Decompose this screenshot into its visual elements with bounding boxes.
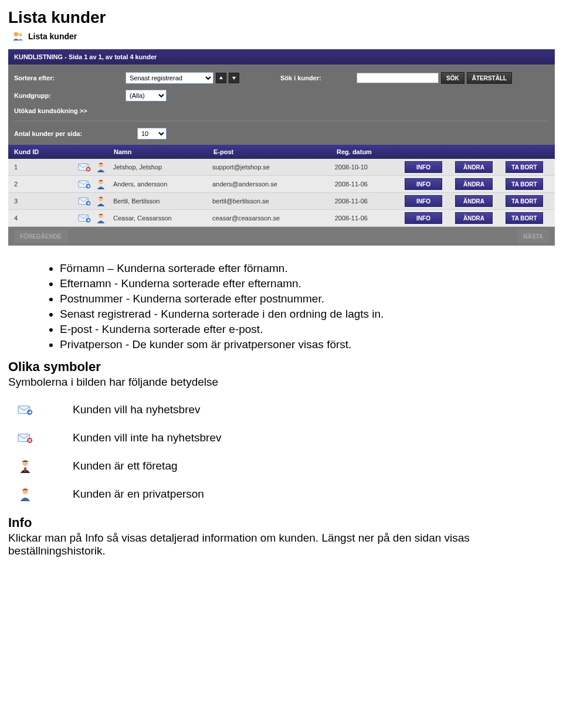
table-row: 1Jetshop, Jetshopsupport@jetshop.se2008-… xyxy=(8,159,555,176)
person-private-icon xyxy=(94,213,107,223)
info-button[interactable]: INFO xyxy=(405,161,442,173)
search-label: Sök i kunder: xyxy=(280,74,357,81)
person-company-icon xyxy=(18,459,33,473)
listing-header: KUNDLISTNING - Sida 1 av 1, av total 4 k… xyxy=(8,49,555,64)
edit-button[interactable]: ÄNDRA xyxy=(455,161,493,173)
info-heading: Info xyxy=(8,515,555,530)
cell-name: Anders, andersson xyxy=(113,181,212,188)
cell-id: 1 xyxy=(14,164,78,171)
list-item: Förnamn – Kunderna sorterade efter förna… xyxy=(60,262,555,275)
info-button[interactable]: INFO xyxy=(405,195,442,207)
list-item: Postnummer - Kunderna sorterade efter po… xyxy=(60,292,555,305)
cell-id: 2 xyxy=(14,181,78,188)
cell-name: Ceasar, Ceasarsson xyxy=(113,215,212,222)
mail-ok-icon xyxy=(78,179,91,189)
table-header: Kund ID Namn E-post Reg. datum xyxy=(8,145,555,159)
search-button[interactable]: SÖK xyxy=(441,72,464,84)
list-item: Efternamn - Kunderna sorterade efter eft… xyxy=(60,277,555,290)
panel-title-text: Lista kunder xyxy=(28,32,77,41)
cell-email: bertil@bertilsson.se xyxy=(212,198,335,205)
sort-asc-button[interactable] xyxy=(216,73,226,83)
cell-name: Jetshop, Jetshop xyxy=(113,164,212,171)
sort-desc-button[interactable] xyxy=(229,73,239,83)
group-select[interactable]: (Alla) xyxy=(126,90,167,101)
table-row: 4Ceasar, Ceasarssonceasar@ceasarsson.se2… xyxy=(8,210,555,227)
table-row: 3Bertil, Bertilssonbertil@bertilsson.se2… xyxy=(8,193,555,210)
cell-date: 2008-10-10 xyxy=(335,164,405,171)
edit-button[interactable]: ÄNDRA xyxy=(455,212,493,224)
legend-row: Kunden är ett företag xyxy=(8,459,555,473)
legend-text: Kunden är ett företag xyxy=(73,460,178,472)
admin-panel: KUNDLISTNING - Sida 1 av 1, av total 4 k… xyxy=(8,49,555,246)
panel-title: Lista kunder xyxy=(12,30,555,42)
cell-date: 2008-11-06 xyxy=(335,198,405,205)
symbols-heading: Olika symboler xyxy=(8,359,555,375)
legend-row: Kunden vill inte ha nyhetsbrev xyxy=(8,431,555,445)
legend-table: Kunden vill ha nyhetsbrev Kunden vill in… xyxy=(8,403,555,501)
next-button: NÄSTA xyxy=(517,230,549,243)
mail-ok-icon xyxy=(18,403,33,417)
delete-button[interactable]: TA BORT xyxy=(506,178,543,190)
list-item: E-post - Kunderna sorterade efter e-post… xyxy=(60,323,555,336)
info-text: Klickar man på Info så visas detaljerad … xyxy=(8,532,555,557)
cell-email: anders@andersson.se xyxy=(212,181,335,188)
sort-label: Sortera efter: xyxy=(14,74,126,81)
cell-id: 4 xyxy=(14,215,78,222)
delete-button[interactable]: TA BORT xyxy=(506,212,543,224)
legend-row: Kunden vill ha nyhetsbrev xyxy=(8,403,555,417)
col-id: Kund ID xyxy=(14,148,79,155)
person-private-icon xyxy=(94,196,107,206)
col-email: E-post xyxy=(213,148,337,155)
edit-button[interactable]: ÄNDRA xyxy=(455,178,493,190)
sort-select[interactable]: Senast registrerad xyxy=(126,72,213,84)
info-button[interactable]: INFO xyxy=(405,212,442,224)
prev-button: FÖREGÅENDE xyxy=(14,230,67,243)
sort-options-list: Förnamn – Kunderna sorterade efter förna… xyxy=(8,262,555,351)
group-label: Kundgrupp: xyxy=(14,92,126,99)
list-item: Senast registrerad - Kunderna sorterade … xyxy=(60,308,555,321)
legend-text: Kunden vill inte ha nyhetsbrev xyxy=(73,431,222,444)
mail-no-icon xyxy=(78,162,91,172)
col-name: Namn xyxy=(114,148,213,155)
arrow-up-icon xyxy=(219,76,223,80)
list-item: Privatperson - De kunder som är privatpe… xyxy=(60,338,555,351)
pager: FÖREGÅENDE NÄSTA xyxy=(8,227,555,246)
col-date: Reg. datum xyxy=(337,148,407,155)
filter-area: Sortera efter: Senast registrerad Sök i … xyxy=(8,64,555,145)
page-heading: Lista kunder xyxy=(8,8,555,27)
person-private-icon xyxy=(94,179,107,189)
cell-date: 2008-11-06 xyxy=(335,181,405,188)
delete-button[interactable]: TA BORT xyxy=(506,161,543,173)
info-button[interactable]: INFO xyxy=(405,178,442,190)
cell-name: Bertil, Bertilsson xyxy=(113,198,212,205)
cell-email: support@jetshop.se xyxy=(212,164,335,171)
divider xyxy=(14,121,549,121)
table-row: 2Anders, anderssonanders@andersson.se200… xyxy=(8,176,555,193)
cell-id: 3 xyxy=(14,198,78,205)
mail-no-icon xyxy=(18,431,33,445)
cell-email: ceasar@ceasarsson.se xyxy=(212,215,335,222)
legend-row: Kunden är en privatperson xyxy=(8,487,555,501)
per-page-label: Antal kunder per sida: xyxy=(14,130,137,137)
legend-text: Kunden är en privatperson xyxy=(73,488,204,501)
mail-ok-icon xyxy=(78,196,91,206)
people-icon xyxy=(12,30,25,42)
delete-button[interactable]: TA BORT xyxy=(506,195,543,207)
edit-button[interactable]: ÄNDRA xyxy=(455,195,493,207)
search-input[interactable] xyxy=(357,73,439,83)
person-private-icon xyxy=(94,162,107,172)
mail-ok-icon xyxy=(78,213,91,223)
cell-date: 2008-11-06 xyxy=(335,215,405,222)
symbols-intro: Symbolerna i bilden har följande betydel… xyxy=(8,376,555,389)
reset-button[interactable]: ÅTERSTÄLL xyxy=(467,72,512,84)
arrow-down-icon xyxy=(232,76,236,80)
person-private-icon xyxy=(18,487,33,501)
legend-text: Kunden vill ha nyhetsbrev xyxy=(73,403,201,416)
per-page-select[interactable]: 10 xyxy=(137,128,167,140)
extended-search-link[interactable]: Utökad kundsökning >> xyxy=(14,107,87,114)
